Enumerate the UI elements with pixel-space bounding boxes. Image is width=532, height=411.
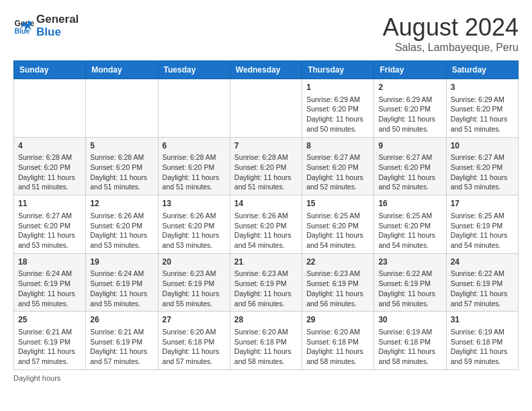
day-info: Sunrise: 6:28 AM Sunset: 6:20 PM Dayligh… bbox=[18, 152, 81, 192]
cell-w4-d4: 21Sunrise: 6:23 AM Sunset: 6:19 PM Dayli… bbox=[230, 253, 302, 312]
day-number: 5 bbox=[90, 140, 153, 152]
day-number: 29 bbox=[306, 314, 369, 326]
day-info: Sunrise: 6:29 AM Sunset: 6:20 PM Dayligh… bbox=[378, 95, 441, 134]
cell-w4-d5: 22Sunrise: 6:23 AM Sunset: 6:19 PM Dayli… bbox=[302, 253, 374, 312]
day-number: 28 bbox=[234, 314, 298, 326]
day-info: Sunrise: 6:22 AM Sunset: 6:19 PM Dayligh… bbox=[451, 269, 514, 308]
cell-w3-d3: 13Sunrise: 6:26 AM Sunset: 6:20 PM Dayli… bbox=[158, 195, 230, 254]
calendar-header: Sunday Monday Tuesday Wednesday Thursday… bbox=[14, 61, 519, 79]
day-info: Sunrise: 6:26 AM Sunset: 6:20 PM Dayligh… bbox=[163, 211, 226, 250]
day-info: Sunrise: 6:21 AM Sunset: 6:19 PM Dayligh… bbox=[90, 327, 153, 367]
cell-w3-d7: 17Sunrise: 6:25 AM Sunset: 6:19 PM Dayli… bbox=[446, 195, 518, 254]
day-number: 21 bbox=[234, 257, 298, 268]
cell-w4-d3: 20Sunrise: 6:23 AM Sunset: 6:19 PM Dayli… bbox=[158, 253, 230, 312]
day-info: Sunrise: 6:19 AM Sunset: 6:18 PM Dayligh… bbox=[451, 327, 514, 367]
day-info: Sunrise: 6:25 AM Sunset: 6:20 PM Dayligh… bbox=[378, 211, 441, 250]
day-number: 8 bbox=[306, 140, 369, 152]
header-monday: Monday bbox=[86, 61, 158, 79]
cell-w1-d6: 2Sunrise: 6:29 AM Sunset: 6:20 PM Daylig… bbox=[374, 79, 446, 138]
day-info: Sunrise: 6:27 AM Sunset: 6:20 PM Dayligh… bbox=[18, 211, 81, 250]
day-number: 16 bbox=[378, 198, 441, 210]
day-info: Sunrise: 6:25 AM Sunset: 6:20 PM Dayligh… bbox=[306, 211, 369, 250]
cell-w1-d5: 1Sunrise: 6:29 AM Sunset: 6:20 PM Daylig… bbox=[302, 79, 374, 138]
cell-w1-d4 bbox=[230, 79, 302, 138]
header-saturday: Saturday bbox=[446, 61, 518, 79]
cell-w1-d7: 3Sunrise: 6:29 AM Sunset: 6:20 PM Daylig… bbox=[446, 79, 518, 138]
cell-w2-d4: 7Sunrise: 6:28 AM Sunset: 6:20 PM Daylig… bbox=[230, 137, 302, 195]
header-thursday: Thursday bbox=[302, 61, 374, 79]
header-wednesday: Wednesday bbox=[230, 61, 302, 79]
day-info: Sunrise: 6:28 AM Sunset: 6:20 PM Dayligh… bbox=[90, 152, 153, 192]
day-number: 10 bbox=[451, 140, 514, 152]
day-number: 6 bbox=[163, 140, 226, 152]
day-number: 3 bbox=[451, 82, 514, 93]
day-info: Sunrise: 6:24 AM Sunset: 6:19 PM Dayligh… bbox=[90, 269, 153, 308]
calendar-table: Sunday Monday Tuesday Wednesday Thursday… bbox=[13, 60, 519, 370]
calendar-title: August 2024 bbox=[383, 13, 519, 42]
day-info: Sunrise: 6:23 AM Sunset: 6:19 PM Dayligh… bbox=[163, 269, 226, 308]
cell-w5-d4: 28Sunrise: 6:20 AM Sunset: 6:18 PM Dayli… bbox=[230, 312, 302, 370]
day-number: 7 bbox=[234, 140, 298, 152]
day-info: Sunrise: 6:19 AM Sunset: 6:18 PM Dayligh… bbox=[378, 327, 441, 367]
cell-w2-d1: 4Sunrise: 6:28 AM Sunset: 6:20 PM Daylig… bbox=[14, 137, 86, 195]
calendar-subtitle: Salas, Lambayeque, Peru bbox=[383, 42, 519, 54]
day-number: 22 bbox=[306, 257, 369, 268]
cell-w5-d5: 29Sunrise: 6:20 AM Sunset: 6:18 PM Dayli… bbox=[302, 312, 374, 370]
day-number: 25 bbox=[18, 314, 81, 326]
cell-w4-d2: 19Sunrise: 6:24 AM Sunset: 6:19 PM Dayli… bbox=[86, 253, 158, 312]
day-info: Sunrise: 6:27 AM Sunset: 6:20 PM Dayligh… bbox=[306, 152, 369, 192]
day-info: Sunrise: 6:28 AM Sunset: 6:20 PM Dayligh… bbox=[163, 152, 226, 192]
day-info: Sunrise: 6:26 AM Sunset: 6:20 PM Dayligh… bbox=[234, 211, 298, 250]
header-row: Sunday Monday Tuesday Wednesday Thursday… bbox=[14, 61, 519, 79]
day-number: 30 bbox=[378, 314, 441, 326]
logo-blue: Blue bbox=[36, 26, 79, 39]
week-row-2: 4Sunrise: 6:28 AM Sunset: 6:20 PM Daylig… bbox=[14, 137, 519, 195]
svg-text:Blue: Blue bbox=[15, 26, 30, 34]
day-number: 24 bbox=[451, 257, 514, 268]
day-info: Sunrise: 6:29 AM Sunset: 6:20 PM Dayligh… bbox=[306, 95, 369, 134]
cell-w3-d6: 16Sunrise: 6:25 AM Sunset: 6:20 PM Dayli… bbox=[374, 195, 446, 254]
day-info: Sunrise: 6:20 AM Sunset: 6:18 PM Dayligh… bbox=[234, 327, 298, 367]
day-number: 12 bbox=[90, 198, 153, 210]
day-number: 26 bbox=[90, 314, 153, 326]
cell-w3-d1: 11Sunrise: 6:27 AM Sunset: 6:20 PM Dayli… bbox=[14, 195, 86, 254]
calendar-body: 1Sunrise: 6:29 AM Sunset: 6:20 PM Daylig… bbox=[14, 79, 519, 370]
cell-w2-d7: 10Sunrise: 6:27 AM Sunset: 6:20 PM Dayli… bbox=[446, 137, 518, 195]
cell-w3-d5: 15Sunrise: 6:25 AM Sunset: 6:20 PM Dayli… bbox=[302, 195, 374, 254]
day-info: Sunrise: 6:21 AM Sunset: 6:19 PM Dayligh… bbox=[18, 327, 81, 367]
cell-w2-d6: 9Sunrise: 6:27 AM Sunset: 6:20 PM Daylig… bbox=[374, 137, 446, 195]
cell-w1-d3 bbox=[158, 79, 230, 138]
week-row-3: 11Sunrise: 6:27 AM Sunset: 6:20 PM Dayli… bbox=[14, 195, 519, 254]
day-number: 17 bbox=[451, 198, 514, 210]
day-number: 4 bbox=[18, 140, 81, 152]
logo: General Blue General Blue bbox=[13, 13, 79, 38]
day-number: 1 bbox=[306, 82, 369, 93]
cell-w1-d1 bbox=[14, 79, 86, 138]
day-info: Sunrise: 6:28 AM Sunset: 6:20 PM Dayligh… bbox=[234, 152, 298, 192]
day-info: Sunrise: 6:27 AM Sunset: 6:20 PM Dayligh… bbox=[378, 152, 441, 192]
day-info: Sunrise: 6:25 AM Sunset: 6:19 PM Dayligh… bbox=[451, 211, 514, 250]
day-info: Sunrise: 6:24 AM Sunset: 6:19 PM Dayligh… bbox=[18, 269, 81, 308]
cell-w5-d1: 25Sunrise: 6:21 AM Sunset: 6:19 PM Dayli… bbox=[14, 312, 86, 370]
day-number: 23 bbox=[378, 257, 441, 268]
day-info: Sunrise: 6:20 AM Sunset: 6:18 PM Dayligh… bbox=[306, 327, 369, 367]
cell-w4-d7: 24Sunrise: 6:22 AM Sunset: 6:19 PM Dayli… bbox=[446, 253, 518, 312]
day-number: 27 bbox=[163, 314, 226, 326]
header-friday: Friday bbox=[374, 61, 446, 79]
logo-icon: General Blue bbox=[13, 16, 34, 36]
logo-general: General bbox=[36, 13, 79, 26]
title-block: August 2024 Salas, Lambayeque, Peru bbox=[383, 13, 519, 54]
day-number: 11 bbox=[18, 198, 81, 210]
cell-w5-d3: 27Sunrise: 6:20 AM Sunset: 6:18 PM Dayli… bbox=[158, 312, 230, 370]
day-info: Sunrise: 6:26 AM Sunset: 6:20 PM Dayligh… bbox=[90, 211, 153, 250]
day-info: Sunrise: 6:27 AM Sunset: 6:20 PM Dayligh… bbox=[451, 152, 514, 192]
cell-w3-d2: 12Sunrise: 6:26 AM Sunset: 6:20 PM Dayli… bbox=[86, 195, 158, 254]
day-number: 20 bbox=[163, 257, 226, 268]
cell-w2-d5: 8Sunrise: 6:27 AM Sunset: 6:20 PM Daylig… bbox=[302, 137, 374, 195]
footnote: Daylight hours bbox=[13, 374, 519, 382]
week-row-5: 25Sunrise: 6:21 AM Sunset: 6:19 PM Dayli… bbox=[14, 312, 519, 370]
day-number: 18 bbox=[18, 257, 81, 268]
cell-w4-d1: 18Sunrise: 6:24 AM Sunset: 6:19 PM Dayli… bbox=[14, 253, 86, 312]
cell-w3-d4: 14Sunrise: 6:26 AM Sunset: 6:20 PM Dayli… bbox=[230, 195, 302, 254]
day-number: 13 bbox=[163, 198, 226, 210]
